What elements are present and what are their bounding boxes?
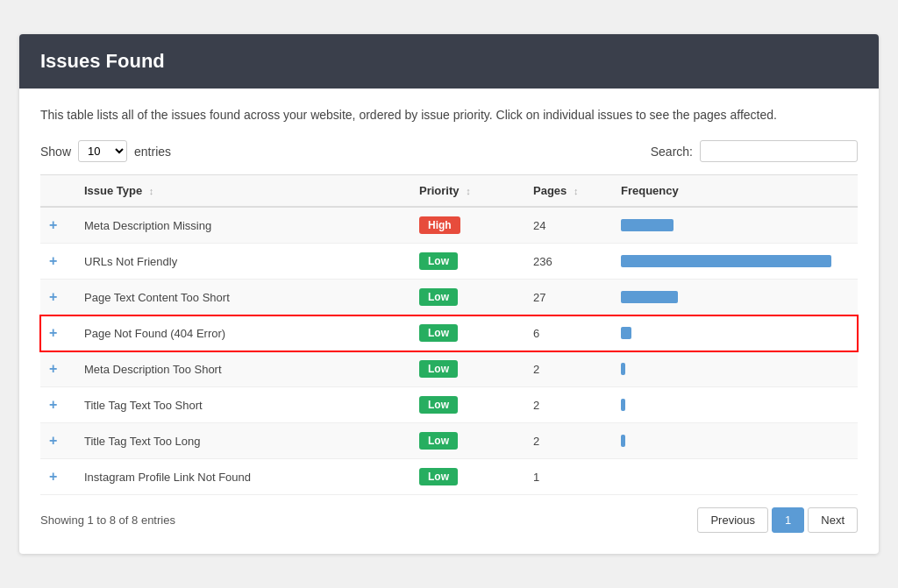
issue-type-cell: URLs Not Friendly — [75, 244, 410, 280]
priority-cell: Low — [410, 459, 524, 495]
frequency-bar-wrap — [621, 363, 849, 375]
issue-type-cell: Page Not Found (404 Error) — [75, 315, 410, 351]
priority-badge: Low — [419, 288, 458, 306]
priority-badge: Low — [419, 360, 458, 378]
table-header-row: Issue Type ↕ Priority ↕ Pages ↕ Frequenc… — [40, 175, 858, 208]
next-button[interactable]: Next — [808, 507, 858, 533]
priority-cell: Low — [410, 280, 524, 315]
frequency-bar — [621, 255, 831, 267]
table-row[interactable]: +Page Text Content Too ShortLow27 — [40, 280, 858, 315]
table-row[interactable]: +Instagram Profile Link Not FoundLow1 — [40, 459, 858, 495]
frequency-cell — [612, 459, 858, 495]
col-priority[interactable]: Priority ↕ — [410, 175, 524, 208]
issue-type-cell: Meta Description Too Short — [75, 351, 410, 387]
page-1-button[interactable]: 1 — [772, 507, 804, 533]
priority-badge: Low — [419, 396, 458, 414]
priority-badge: Low — [419, 468, 458, 485]
expand-icon[interactable]: + — [49, 289, 57, 304]
issue-type-cell: Page Text Content Too Short — [75, 280, 410, 315]
search-label: Search: — [651, 145, 693, 159]
frequency-cell — [612, 315, 858, 351]
pages-cell: 236 — [524, 244, 612, 280]
frequency-cell — [612, 207, 858, 244]
expand-cell[interactable]: + — [40, 459, 75, 495]
expand-cell[interactable]: + — [40, 387, 75, 423]
show-entries-group: Show 10 25 50 100 entries — [40, 140, 171, 162]
priority-cell: Low — [410, 423, 524, 459]
expand-icon[interactable]: + — [49, 253, 57, 268]
pages-cell: 24 — [524, 207, 612, 244]
priority-cell: High — [410, 207, 524, 244]
show-label: Show — [40, 145, 71, 159]
controls-row: Show 10 25 50 100 entries Search: — [40, 140, 858, 162]
priority-badge: High — [419, 216, 460, 234]
pages-cell: 6 — [524, 315, 612, 351]
col-pages[interactable]: Pages ↕ — [524, 175, 612, 208]
issue-type-cell: Title Tag Text Too Short — [75, 387, 410, 423]
sort-icon-priority: ↕ — [466, 186, 471, 196]
table-row[interactable]: +Meta Description MissingHigh24 — [40, 207, 858, 244]
showing-text: Showing 1 to 8 of 8 entries — [40, 514, 175, 527]
main-container: Issues Found This table lists all of the… — [19, 34, 879, 554]
expand-icon[interactable]: + — [49, 217, 57, 232]
frequency-bar-wrap — [621, 255, 849, 267]
priority-cell: Low — [410, 244, 524, 280]
content-area: This table lists all of the issues found… — [19, 89, 879, 554]
sort-icon-issue-type: ↕ — [149, 186, 154, 196]
expand-icon[interactable]: + — [49, 433, 57, 448]
expand-icon[interactable]: + — [49, 325, 57, 340]
entries-label: entries — [134, 145, 171, 159]
search-group: Search: — [651, 140, 858, 162]
frequency-bar — [621, 363, 625, 375]
expand-cell[interactable]: + — [40, 423, 75, 459]
expand-cell[interactable]: + — [40, 244, 75, 280]
frequency-bar-wrap — [621, 399, 849, 411]
entries-select[interactable]: 10 25 50 100 — [78, 140, 127, 162]
previous-button[interactable]: Previous — [697, 507, 768, 533]
frequency-bar-wrap — [621, 327, 849, 339]
frequency-bar — [621, 291, 678, 303]
frequency-bar — [621, 219, 674, 231]
priority-badge: Low — [419, 324, 458, 342]
frequency-bar-wrap — [621, 219, 849, 231]
pages-cell: 1 — [524, 459, 612, 495]
issues-table: Issue Type ↕ Priority ↕ Pages ↕ Frequenc… — [40, 174, 858, 495]
expand-cell[interactable]: + — [40, 280, 75, 315]
frequency-bar-wrap — [621, 435, 849, 447]
table-row[interactable]: +Title Tag Text Too LongLow2 — [40, 423, 858, 459]
expand-icon[interactable]: + — [49, 469, 57, 484]
issue-type-cell: Instagram Profile Link Not Found — [75, 459, 410, 495]
footer-row: Showing 1 to 8 of 8 entries Previous 1 N… — [40, 495, 858, 536]
priority-badge: Low — [419, 432, 458, 450]
frequency-cell — [612, 280, 858, 315]
expand-cell[interactable]: + — [40, 315, 75, 351]
issue-type-cell: Title Tag Text Too Long — [75, 423, 410, 459]
frequency-cell — [612, 351, 858, 387]
sort-icon-pages: ↕ — [574, 186, 579, 196]
page-title: Issues Found — [40, 50, 165, 72]
frequency-bar — [621, 435, 625, 447]
frequency-cell — [612, 423, 858, 459]
description-text: This table lists all of the issues found… — [40, 106, 858, 124]
col-expand — [40, 175, 75, 208]
expand-icon[interactable]: + — [49, 361, 57, 376]
pages-cell: 2 — [524, 387, 612, 423]
page-header: Issues Found — [19, 34, 879, 89]
frequency-bar — [621, 399, 625, 411]
issue-type-cell: Meta Description Missing — [75, 207, 410, 244]
expand-cell[interactable]: + — [40, 351, 75, 387]
table-row[interactable]: +Page Not Found (404 Error)Low6 — [40, 315, 858, 351]
search-input[interactable] — [700, 140, 858, 162]
col-frequency: Frequency — [612, 175, 858, 208]
table-row[interactable]: +Title Tag Text Too ShortLow2 — [40, 387, 858, 423]
priority-cell: Low — [410, 351, 524, 387]
expand-icon[interactable]: + — [49, 397, 57, 412]
priority-cell: Low — [410, 315, 524, 351]
frequency-cell — [612, 387, 858, 423]
table-row[interactable]: +URLs Not FriendlyLow236 — [40, 244, 858, 280]
pages-cell: 2 — [524, 351, 612, 387]
pages-cell: 2 — [524, 423, 612, 459]
expand-cell[interactable]: + — [40, 207, 75, 244]
col-issue-type[interactable]: Issue Type ↕ — [75, 175, 410, 208]
table-row[interactable]: +Meta Description Too ShortLow2 — [40, 351, 858, 387]
